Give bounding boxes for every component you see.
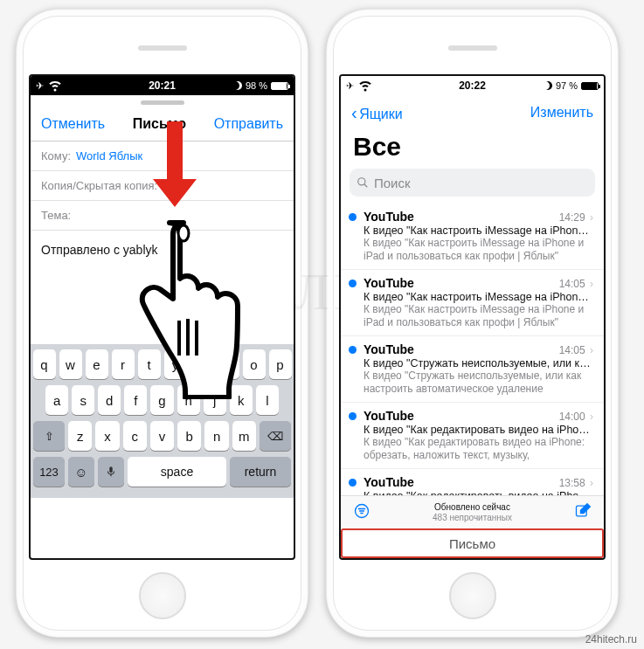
update-status: Обновлено сейчас 483 непрочитанных: [370, 502, 574, 523]
key-q[interactable]: q: [33, 349, 56, 379]
battery-icon: [581, 82, 599, 90]
phone-right: ✈︎ 20:22 97 % ‹ Ящики Изменить: [326, 9, 619, 638]
back-button[interactable]: ‹ Ящики: [351, 103, 403, 123]
mail-from: YouTube: [364, 475, 414, 489]
to-field[interactable]: Кому: World Яблык: [31, 142, 294, 171]
mail-preview: К видео "Как настроить iMessage на iPhon…: [364, 237, 593, 263]
search-placeholder: Поиск: [374, 176, 411, 190]
compose-button[interactable]: [574, 502, 592, 523]
key-v[interactable]: v: [150, 421, 174, 451]
space-key[interactable]: space: [128, 457, 226, 487]
key-p[interactable]: p: [269, 349, 292, 379]
search-input[interactable]: Поиск: [350, 169, 595, 197]
phone-left: ✈︎ 20:21 98 % Отменить Письмо: [16, 9, 308, 638]
shift-key[interactable]: ⇧: [33, 421, 65, 451]
edit-button[interactable]: Изменить: [530, 105, 593, 121]
key-z[interactable]: z: [68, 421, 92, 451]
subject-label: Тема:: [41, 209, 71, 222]
compose-title: Письмо: [133, 116, 186, 132]
mail-from: YouTube: [364, 276, 414, 290]
mail-item[interactable]: YouTube14:00 ›К видео "Как редактировать…: [341, 403, 604, 469]
filter-button[interactable]: [353, 502, 370, 523]
key-e[interactable]: e: [86, 349, 108, 379]
airplane-icon: ✈︎: [36, 80, 44, 92]
mail-item[interactable]: YouTube14:05 ›К видео "Как настроить iMe…: [341, 270, 604, 336]
sheet-grabber[interactable]: [141, 100, 184, 105]
phone-speaker: [138, 45, 187, 51]
status-time: 20:21: [149, 79, 176, 92]
chevron-right-icon: ›: [590, 344, 593, 356]
unread-dot-icon: [349, 280, 357, 287]
return-key[interactable]: return: [230, 457, 291, 487]
cancel-button[interactable]: Отменить: [41, 116, 105, 132]
key-c[interactable]: c: [123, 421, 147, 451]
key-f[interactable]: f: [124, 385, 147, 415]
key-k[interactable]: k: [230, 385, 253, 415]
compose-body[interactable]: Отправлено с yablyk: [31, 231, 294, 344]
mail-item[interactable]: YouTube14:05 ›К видео "Стружать неисполь…: [341, 336, 604, 403]
mail-subject: К видео "Как настроить iMessage на iPhon…: [364, 224, 593, 237]
screen-compose: ✈︎ 20:21 98 % Отменить Письмо: [29, 74, 295, 560]
draft-minimized-bar[interactable]: Письмо: [341, 528, 604, 558]
home-button[interactable]: [449, 572, 496, 619]
key-x[interactable]: x: [95, 421, 119, 451]
cc-bcc-field[interactable]: Копия/Скрытая копия:: [31, 171, 294, 201]
key-m[interactable]: m: [232, 421, 256, 451]
key-l[interactable]: l: [256, 385, 279, 415]
key-d[interactable]: d: [98, 385, 121, 415]
key-a[interactable]: a: [45, 385, 68, 415]
backspace-key[interactable]: ⌫: [260, 421, 291, 451]
mail-item[interactable]: YouTube14:29 ›К видео "Как настроить iMe…: [341, 204, 604, 270]
key-g[interactable]: g: [150, 385, 173, 415]
battery-icon: [271, 82, 288, 90]
mail-time: 14:00 ›: [559, 411, 593, 423]
mail-time: 13:58 ›: [559, 477, 593, 489]
key-s[interactable]: s: [72, 385, 94, 415]
key-h[interactable]: h: [177, 385, 200, 415]
mail-time: 14:05 ›: [559, 344, 593, 356]
mail-subject: К видео "Как редактировать видео на iPho…: [364, 424, 593, 436]
chevron-right-icon: ›: [590, 477, 593, 489]
subject-field[interactable]: Тема:: [31, 201, 294, 231]
unread-dot-icon: [349, 213, 357, 221]
mail-subject: К видео "Как настроить iMessage на iPhon…: [364, 291, 593, 303]
mail-preview: К видео "Стружать неиспользуемые, или ка…: [364, 369, 593, 396]
mail-time: 14:29 ›: [559, 211, 593, 224]
mail-list: YouTube14:29 ›К видео "Как настроить iMe…: [341, 204, 604, 535]
mail-from: YouTube: [364, 210, 414, 224]
key-t[interactable]: t: [138, 349, 161, 379]
mail-preview: К видео "Как редактировать видео на iPho…: [364, 436, 593, 462]
mail-subject: К видео "Стружать неиспользуемые, или ка…: [364, 357, 593, 369]
key-u[interactable]: u: [190, 349, 213, 379]
mail-preview: К видео "Как настроить iMessage на iPhon…: [364, 303, 593, 329]
chevron-right-icon: ›: [590, 211, 593, 224]
key-n[interactable]: n: [204, 421, 228, 451]
key-r[interactable]: r: [112, 349, 135, 379]
key-b[interactable]: b: [177, 421, 201, 451]
wifi-icon: [47, 77, 63, 94]
status-bar: ✈︎ 20:21 98 %: [31, 76, 294, 95]
toolbar: Обновлено сейчас 483 непрочитанных: [341, 495, 604, 528]
numbers-key[interactable]: 123: [33, 457, 65, 487]
phone-speaker: [448, 45, 497, 51]
chevron-right-icon: ›: [590, 278, 593, 290]
emoji-key[interactable]: ☺: [68, 457, 94, 487]
battery-percent: 97 %: [556, 80, 578, 91]
mail-time: 14:05 ›: [559, 278, 593, 290]
send-button[interactable]: Отправить: [214, 116, 283, 132]
status-time: 20:22: [459, 79, 486, 92]
draft-label: Письмо: [449, 536, 495, 551]
key-j[interactable]: j: [204, 385, 226, 415]
svg-line-5: [364, 184, 368, 188]
unread-dot-icon: [349, 479, 357, 487]
key-i[interactable]: i: [217, 349, 239, 379]
dictation-key[interactable]: [98, 457, 124, 487]
airplane-icon: ✈︎: [346, 80, 354, 92]
key-w[interactable]: w: [59, 349, 82, 379]
to-value: World Яблык: [76, 149, 142, 162]
key-o[interactable]: o: [243, 349, 266, 379]
key-y[interactable]: y: [164, 349, 187, 379]
home-button[interactable]: [139, 572, 186, 619]
cc-label: Копия/Скрытая копия:: [41, 179, 157, 192]
dnd-icon: [233, 81, 242, 90]
